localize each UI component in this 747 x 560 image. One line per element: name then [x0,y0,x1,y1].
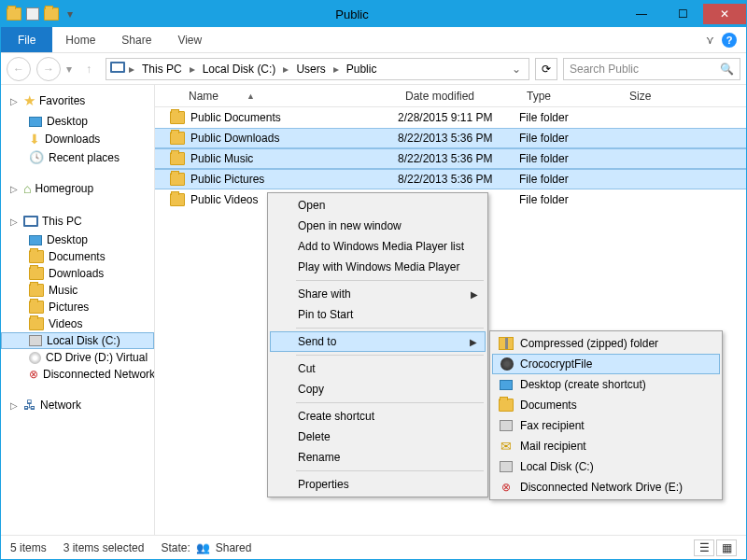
menu-separator [296,328,484,329]
col-size[interactable]: Size [622,90,697,103]
menu-item[interactable]: Rename [270,447,486,468]
breadcrumb-sep-icon[interactable]: ▸ [331,63,341,76]
qat-newfolder-icon[interactable] [44,7,59,21]
folder-icon [29,284,44,297]
recent-icon: 🕓 [29,150,44,164]
address-bar[interactable]: ▸ This PC ▸ Local Disk (C:) ▸ Users ▸ Pu… [106,58,529,80]
breadcrumb-public[interactable]: Public [343,63,381,76]
refresh-button[interactable]: ⟳ [535,58,557,80]
sendto-submenu: Compressed (zipped) folderCrococryptFile… [489,330,723,500]
view-icons-button[interactable]: ▦ [716,539,737,556]
menu-item[interactable]: Delete [270,427,486,447]
up-button[interactable]: ↑ [78,58,100,80]
tree-thispc[interactable]: ▷This PC [1,213,154,231]
col-date[interactable]: Date modified [398,90,519,103]
ribbon-tab-share[interactable]: Share [108,27,164,52]
quick-access-toolbar: ▾ [1,7,83,21]
maximize-button[interactable]: ☐ [662,4,703,24]
file-type: File folder [519,132,622,145]
tree-pc-downloads[interactable]: Downloads [1,265,154,282]
menu-separator [296,470,484,471]
menu-item[interactable]: Local Disk (C:) [492,456,720,477]
history-dropdown-icon[interactable]: ▾ [66,63,72,76]
tree-desktop[interactable]: Desktop [1,113,154,130]
tree-homegroup[interactable]: ▷⌂Homegroup [1,179,154,200]
folder-icon [29,267,44,280]
breadcrumb-sep-icon[interactable]: ▸ [281,63,290,76]
back-button[interactable]: ← [7,57,31,81]
pc-icon [110,62,125,76]
menu-item[interactable]: Cut [270,358,486,379]
netx-icon: ⊗ [498,479,514,496]
qat-properties-icon[interactable] [25,7,40,21]
tree-favorites[interactable]: ▷★Favorites [1,91,154,113]
window-controls: — ☐ ✕ [621,4,746,24]
tree-pc-cddrive[interactable]: CD Drive (D:) Virtual [1,349,154,366]
file-row[interactable]: Public Documents2/28/2015 9:11 PMFile fo… [155,107,746,128]
disk-icon [29,335,42,346]
file-name: Public Pictures [190,173,264,186]
network-icon: 🖧 [23,398,36,413]
breadcrumb-thispc[interactable]: This PC [138,63,186,76]
menu-item[interactable]: Fax recipient [492,415,720,436]
fax-icon [498,417,514,434]
breadcrumb-sep-icon[interactable]: ▸ [188,63,197,76]
tree-downloads[interactable]: ⬇Downloads [1,130,154,148]
star-icon: ★ [23,92,35,109]
menu-item[interactable]: ⊗Disconnected Network Drive (E:) [492,477,720,497]
file-row[interactable]: Public Pictures8/22/2013 5:36 PMFile fol… [155,169,746,189]
menu-item[interactable]: Documents [492,395,720,415]
tree-pc-documents[interactable]: Documents [1,248,154,265]
menu-item[interactable]: Add to Windows Media Player list [270,236,486,257]
search-icon: 🔍 [720,63,734,76]
menu-item[interactable]: Create shortcut [270,406,486,427]
tree-pc-pictures[interactable]: Pictures [1,299,154,315]
ribbon-expand-icon[interactable]: ⋎ [706,34,714,47]
view-details-button[interactable]: ☰ [694,539,714,556]
file-date: 2/28/2015 9:11 PM [398,111,519,124]
qat-dropdown-icon[interactable]: ▾ [63,7,78,21]
menu-item[interactable]: Open [270,195,486,216]
status-selected: 3 items selected [63,541,145,554]
col-name[interactable]: Name▲ [155,90,398,103]
address-dropdown-icon[interactable]: ⌄ [508,63,525,76]
breadcrumb-sep-icon[interactable]: ▸ [127,63,136,76]
file-row[interactable]: Public Music8/22/2013 5:36 PMFile folder [155,148,746,169]
help-button[interactable]: ? [722,33,737,48]
menu-item[interactable]: Send to▶ [270,331,486,352]
forward-button[interactable]: → [36,57,61,81]
menu-item[interactable]: Properties [270,474,486,495]
menu-item[interactable]: Desktop (create shortcut) [492,374,720,395]
ribbon-tab-home[interactable]: Home [52,27,108,52]
search-box[interactable]: Search Public 🔍 [563,58,740,80]
breadcrumb-localdisk[interactable]: Local Disk (C:) [199,63,280,76]
file-row[interactable]: Public Downloads8/22/2013 5:36 PMFile fo… [155,128,746,148]
menu-item[interactable]: Play with Windows Media Player [270,257,486,277]
menu-item[interactable]: Compressed (zipped) folder [492,333,720,354]
tree-pc-desktop[interactable]: Desktop [1,231,154,248]
tree-pc-disconnected[interactable]: ⊗Disconnected Network [1,366,154,383]
menu-item[interactable]: Copy [270,379,486,399]
menu-item[interactable]: ✉Mail recipient [492,436,720,456]
menu-item[interactable]: Open in new window [270,216,486,236]
minimize-button[interactable]: — [621,4,662,24]
tree-recent[interactable]: 🕓Recent places [1,148,154,166]
close-button[interactable]: ✕ [703,4,746,24]
menu-item[interactable]: Share with▶ [270,284,486,304]
tree-network[interactable]: ▷🖧Network [1,396,154,416]
col-type[interactable]: Type [519,90,622,103]
tree-pc-localdisk[interactable]: Local Disk (C:) [1,332,154,349]
tree-pc-videos[interactable]: Videos [1,315,154,332]
nav-toolbar: ← → ▾ ↑ ▸ This PC ▸ Local Disk (C:) ▸ Us… [1,53,746,85]
tree-pc-music[interactable]: Music [1,282,154,299]
menu-item[interactable]: CrococryptFile [492,354,720,374]
submenu-arrow-icon: ▶ [470,337,477,347]
breadcrumb-users[interactable]: Users [292,63,329,76]
menu-separator [296,355,484,356]
ribbon-tab-view[interactable]: View [164,27,215,52]
ribbon: File Home Share View ⋎ ? [1,27,746,53]
shared-icon: 👥 [196,541,210,554]
menu-item[interactable]: Pin to Start [270,304,486,325]
ribbon-file-tab[interactable]: File [1,27,52,52]
submenu-arrow-icon: ▶ [471,289,478,300]
